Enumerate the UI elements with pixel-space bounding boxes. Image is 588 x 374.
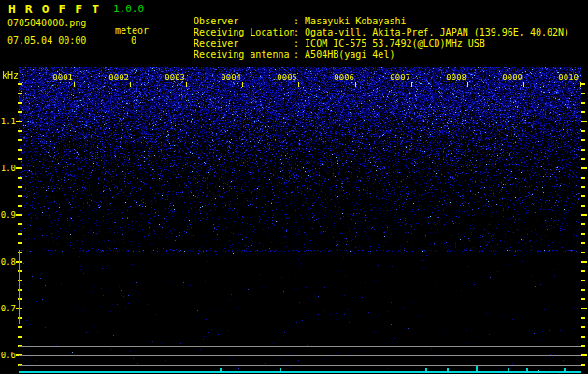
freq-minor-tick-right [581, 205, 585, 207]
freq-minor-tick-right [581, 139, 585, 141]
freq-minor-tick-right [581, 233, 585, 235]
freq-minor-tick-right [581, 102, 585, 104]
freq-major-tick-left [16, 167, 22, 169]
signal-blip [280, 368, 281, 371]
time-tick-mark [411, 82, 412, 87]
signal-blip [564, 368, 566, 371]
spectrogram-noise [19, 67, 581, 374]
freq-minor-tick-right [581, 242, 585, 244]
freq-minor-tick-right [581, 364, 585, 366]
time-tick-label: 0007 [387, 73, 410, 82]
time-tick-mark [467, 82, 468, 87]
freq-tick-label: 0.8 [0, 257, 16, 266]
freq-minor-tick-left [18, 326, 22, 328]
freq-minor-tick-left [18, 195, 22, 197]
signal-level-trace [19, 371, 581, 373]
signal-scale-bar [19, 250, 20, 324]
freq-minor-tick-left [18, 177, 22, 179]
signal-blip [476, 366, 478, 371]
freq-minor-tick-left [18, 223, 22, 225]
hrofft-screen: HROFFT 1.0.0 0705040000.png meteor 07.05… [0, 0, 588, 374]
freq-major-tick-left [16, 214, 22, 216]
time-tick-label: 0003 [162, 73, 185, 82]
output-filename: 0705040000.png [7, 18, 86, 28]
time-tick-mark [74, 82, 75, 87]
freq-tick-label: 0.9 [0, 210, 16, 220]
time-tick-label: 0010 [555, 73, 579, 82]
freq-minor-tick-right [581, 149, 585, 151]
reference-gridline [19, 365, 581, 366]
freq-minor-tick-right [581, 252, 585, 253]
reference-gridline [19, 346, 581, 347]
freq-minor-tick-left [18, 111, 22, 113]
freq-major-tick-right [581, 308, 587, 309]
freq-minor-tick-right [581, 345, 585, 347]
freq-minor-tick-left [18, 233, 22, 235]
freq-minor-tick-right [581, 336, 585, 338]
time-tick-label: 0005 [274, 73, 297, 82]
freq-minor-tick-left [18, 130, 22, 132]
freq-minor-tick-right [581, 93, 585, 94]
time-tick-mark [130, 82, 131, 87]
mode-label: meteor [115, 25, 149, 36]
freq-minor-tick-left [18, 149, 22, 151]
time-tick-mark [523, 82, 524, 87]
freq-minor-tick-left [18, 102, 22, 104]
reference-gridline [19, 355, 581, 356]
time-tick-label: 0002 [106, 73, 129, 82]
freq-minor-tick-left [18, 336, 22, 338]
freq-minor-tick-left [18, 83, 22, 85]
freq-major-tick-left [16, 121, 22, 122]
freq-major-tick-right [581, 167, 587, 169]
freq-minor-tick-left [18, 205, 22, 207]
freq-minor-tick-left [18, 139, 22, 141]
meteor-count: 0 [131, 36, 136, 46]
freq-major-tick-right [581, 354, 587, 356]
signal-blip [220, 368, 222, 371]
freq-minor-tick-left [18, 242, 22, 244]
time-tick-mark [580, 82, 581, 87]
freq-minor-tick-right [581, 280, 585, 281]
freq-tick-label: 0.7 [0, 304, 16, 313]
freq-minor-tick-right [581, 223, 585, 225]
time-tick-label: 0004 [218, 73, 241, 82]
signal-blip [425, 368, 427, 371]
signal-blip [526, 368, 528, 371]
time-tick-mark [298, 82, 299, 87]
time-tick-label: 0008 [443, 73, 466, 82]
time-tick-label: 0006 [331, 73, 354, 82]
freq-minor-tick-right [581, 177, 585, 179]
datetime-label: 07.05.04 00:00 [7, 36, 86, 46]
freq-minor-tick-right [581, 289, 585, 291]
freq-minor-tick-left [18, 93, 22, 94]
freq-minor-tick-right [581, 158, 585, 160]
freq-minor-tick-right [581, 326, 585, 328]
freq-minor-tick-right [581, 270, 585, 272]
info-value: A504HB(yagi 4el) [305, 50, 394, 60]
signal-blip [508, 368, 509, 371]
freq-axis-unit: kHz [2, 70, 19, 80]
freq-minor-tick-right [581, 111, 585, 113]
freq-major-tick-right [581, 121, 587, 122]
freq-major-tick-right [581, 261, 587, 263]
freq-major-tick-right [581, 214, 587, 216]
freq-minor-tick-right [581, 298, 585, 300]
time-tick-label: 0001 [50, 73, 73, 82]
freq-tick-label: 1.0 [0, 164, 16, 173]
freq-minor-tick-left [18, 186, 22, 188]
app-version: 1.0.0 [113, 3, 144, 15]
freq-minor-tick-left [18, 158, 22, 160]
time-tick-mark [242, 82, 243, 87]
info-label: Receiving antenna [194, 50, 294, 60]
freq-minor-tick-right [581, 130, 585, 132]
time-tick-label: 0009 [499, 73, 523, 82]
app-title: HROFFT [8, 2, 108, 16]
info-colon: : [294, 50, 305, 60]
freq-minor-tick-right [581, 83, 585, 85]
freq-minor-tick-right [581, 186, 585, 188]
freq-tick-label: 0.6 [0, 351, 16, 360]
freq-minor-tick-right [581, 317, 585, 319]
freq-minor-tick-right [581, 195, 585, 197]
time-tick-mark [355, 82, 356, 87]
time-tick-mark [186, 82, 187, 87]
